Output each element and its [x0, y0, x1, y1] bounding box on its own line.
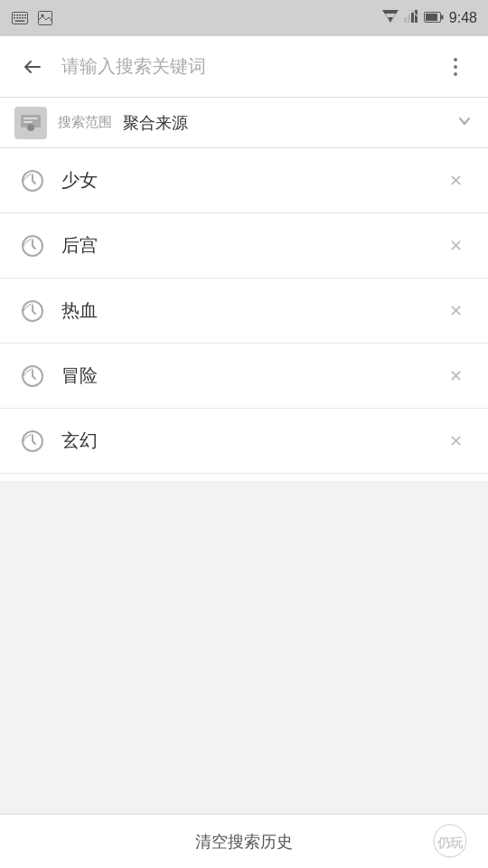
- svg-rect-4: [22, 14, 23, 16]
- status-bar: 9:48: [0, 0, 488, 36]
- history-text-1: 后宫: [51, 233, 437, 258]
- history-item-0[interactable]: 少女 ✕: [0, 148, 488, 213]
- history-text-0: 少女: [51, 168, 437, 193]
- history-text-3: 冒险: [51, 363, 437, 388]
- svg-rect-2: [16, 14, 18, 16]
- svg-point-27: [27, 124, 34, 131]
- search-title[interactable]: 请输入搜索关键词: [51, 54, 437, 79]
- footer: 清空搜索历史 仍玩: [0, 814, 488, 868]
- filter-source-icon: [14, 107, 47, 139]
- svg-rect-8: [19, 17, 21, 19]
- battery-icon: [424, 10, 444, 26]
- three-dots-icon: [454, 58, 457, 76]
- svg-rect-3: [19, 14, 21, 16]
- svg-rect-1: [14, 14, 15, 16]
- watermark: 仍玩: [423, 821, 477, 861]
- svg-rect-19: [411, 13, 414, 23]
- history-clock-icon-2: [14, 293, 51, 329]
- svg-rect-17: [404, 17, 407, 23]
- history-delete-4[interactable]: ✕: [437, 423, 474, 459]
- svg-rect-5: [24, 14, 26, 16]
- history-text-2: 热血: [51, 298, 437, 323]
- history-clock-icon-4: [14, 423, 51, 459]
- history-item-4[interactable]: 玄幻 ✕: [0, 409, 488, 474]
- clear-history-button[interactable]: 清空搜索历史: [195, 831, 293, 853]
- svg-rect-18: [408, 14, 410, 23]
- dropdown-icon[interactable]: [455, 112, 474, 133]
- svg-rect-11: [15, 21, 25, 23]
- signal-icon: [404, 10, 418, 26]
- history-clock-icon-3: [14, 358, 51, 394]
- header: 请输入搜索关键词: [0, 36, 488, 98]
- keyboard-icon: [11, 12, 29, 24]
- filter-bar[interactable]: 搜索范围 聚合来源: [0, 98, 488, 148]
- history-item-3[interactable]: 冒险 ✕: [0, 344, 488, 409]
- empty-area: [0, 481, 488, 814]
- history-delete-1[interactable]: ✕: [437, 228, 474, 264]
- svg-rect-6: [14, 17, 15, 19]
- history-list: 少女 ✕ 后宫 ✕ 热血 ✕: [0, 148, 488, 481]
- history-item-1[interactable]: 后宫 ✕: [0, 213, 488, 278]
- history-delete-0[interactable]: ✕: [437, 163, 474, 199]
- svg-rect-7: [16, 17, 18, 19]
- history-item-2[interactable]: 热血 ✕: [0, 278, 488, 344]
- svg-rect-24: [441, 15, 444, 20]
- svg-marker-16: [388, 17, 393, 23]
- status-right-icons: 9:48: [382, 10, 477, 26]
- svg-rect-9: [22, 17, 23, 19]
- history-delete-2[interactable]: ✕: [437, 293, 474, 329]
- history-clock-icon-1: [14, 228, 51, 264]
- svg-rect-28: [23, 118, 38, 119]
- history-delete-3[interactable]: ✕: [437, 358, 474, 394]
- svg-rect-10: [24, 17, 26, 19]
- history-text-4: 玄幻: [51, 429, 437, 453]
- image-icon: [36, 12, 54, 24]
- back-button[interactable]: [14, 49, 51, 85]
- wifi-icon: [382, 10, 399, 26]
- status-time: 9:48: [449, 10, 477, 26]
- svg-text:仍玩: 仍玩: [436, 835, 464, 850]
- status-left-icons: [11, 12, 54, 24]
- svg-rect-29: [23, 121, 33, 123]
- filter-scope-label: 搜索范围: [58, 114, 112, 131]
- history-clock-icon-0: [14, 163, 51, 199]
- filter-value[interactable]: 聚合来源: [123, 112, 188, 134]
- more-button[interactable]: [437, 49, 474, 85]
- svg-rect-23: [426, 14, 437, 21]
